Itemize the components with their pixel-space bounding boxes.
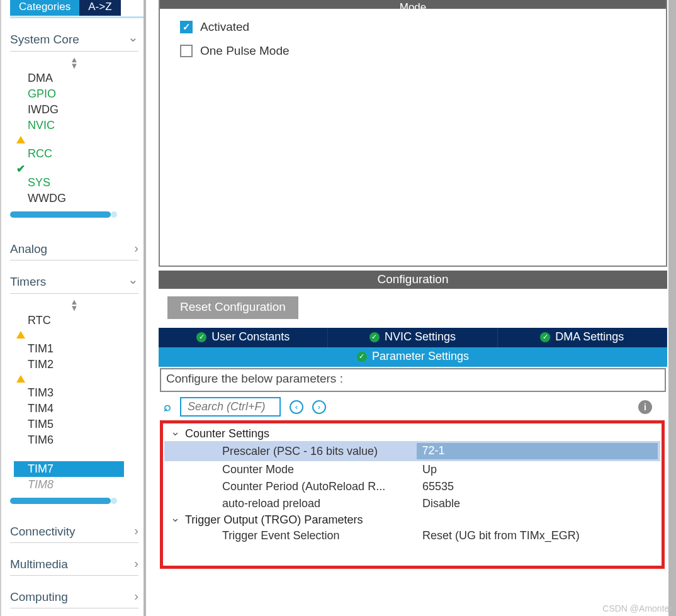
warning-icon — [16, 331, 25, 339]
info-icon[interactable]: i — [638, 400, 652, 414]
sidebar-item-rtc[interactable]: RTC — [16, 313, 138, 328]
sidebar-item-tim3[interactable]: TIM3 — [16, 385, 138, 401]
param-auto-reload-preload[interactable]: auto-reload preload Disable — [164, 495, 660, 512]
param-key: Counter Mode — [222, 463, 422, 476]
warning-icon — [16, 136, 25, 143]
chevron-right-icon — [134, 242, 138, 256]
param-key: auto-reload preload — [222, 497, 422, 510]
chevron-right-icon — [134, 557, 138, 571]
sidebar-tab-az[interactable]: A->Z — [79, 0, 120, 16]
tab-label: User Constants — [211, 330, 290, 344]
category-label: Computing — [10, 590, 68, 604]
chevron-down-icon — [128, 274, 138, 289]
sidebar-item-gpio[interactable]: GPIO — [16, 86, 138, 102]
category-label: System Core — [10, 33, 79, 47]
chevron-right-icon — [134, 524, 138, 539]
activated-label: Activated — [200, 20, 249, 34]
category-label: Connectivity — [10, 525, 76, 539]
category-multimedia[interactable]: Multimedia — [10, 557, 138, 571]
group-label: Trigger Output (TRGO) Parameters — [185, 513, 363, 527]
status-ok-icon: ✓ — [196, 332, 206, 342]
divider — [668, 0, 676, 616]
sidebar-item-tim4[interactable]: TIM4 — [16, 401, 138, 417]
chevron-right-icon — [134, 590, 138, 604]
mode-panel: Activated One Pulse Mode — [159, 9, 667, 267]
sort-handle-icon[interactable]: ▲▼ — [10, 57, 138, 69]
param-value-input[interactable]: 72-1 — [417, 443, 658, 459]
group-label: Counter Settings — [185, 427, 269, 440]
tab-nvic-settings[interactable]: ✓ NVIC Settings — [328, 328, 497, 347]
sidebar-item-tim6[interactable]: TIM6 — [16, 432, 138, 448]
param-prescaler[interactable]: Prescaler (PSC - 16 bits value) 72-1 — [164, 441, 660, 461]
param-trigger-event-selection[interactable]: Trigger Event Selection Reset (UG bit fr… — [164, 527, 660, 544]
tab-dma-settings[interactable]: ✓ DMA Settings — [498, 328, 667, 347]
status-ok-icon: ✓ — [369, 332, 380, 342]
watermark: CSDN @Amonter — [602, 603, 672, 613]
chevron-down-icon — [128, 32, 138, 47]
param-value: 65535 — [422, 480, 660, 493]
category-label: Multimedia — [10, 557, 68, 571]
configuration-header: Configuration — [159, 271, 667, 289]
one-pulse-label: One Pulse Mode — [200, 44, 290, 58]
sidebar: Categories A->Z System Core ▲▼ DMA GPIO … — [0, 0, 145, 616]
search-input[interactable] — [180, 397, 281, 417]
highlighted-parameters: Counter Settings Prescaler (PSC - 16 bit… — [160, 420, 665, 569]
scrollbar[interactable] — [10, 211, 111, 218]
sidebar-tab-underline — [10, 16, 145, 18]
sidebar-item-tim1[interactable]: TIM1 — [16, 341, 138, 357]
sidebar-item-sys[interactable]: SYS — [16, 175, 138, 191]
scrollbar[interactable] — [10, 498, 111, 504]
tab-label: DMA Settings — [555, 330, 624, 344]
chevron-down-icon — [171, 427, 180, 440]
category-computing[interactable]: Computing — [10, 590, 138, 604]
param-counter-period[interactable]: Counter Period (AutoReload R... 65535 — [164, 478, 660, 495]
sidebar-tab-categories[interactable]: Categories — [10, 0, 79, 16]
tab-parameter-settings[interactable]: ✓ Parameter Settings — [159, 347, 667, 367]
group-counter-settings[interactable]: Counter Settings — [164, 426, 660, 441]
tab-label: Parameter Settings — [372, 350, 469, 363]
mode-panel-header: Mode — [159, 0, 667, 9]
main-area: Mode Activated One Pulse Mode Configurat… — [159, 0, 667, 616]
warning-icon — [16, 375, 25, 383]
param-value: Disable — [422, 497, 660, 510]
tab-label: NVIC Settings — [385, 330, 456, 344]
reset-configuration-button[interactable]: Reset Configuration — [167, 296, 298, 319]
param-key: Trigger Event Selection — [222, 529, 422, 542]
activated-checkbox[interactable] — [180, 21, 193, 33]
param-key: Prescaler (PSC - 16 bits value) — [222, 445, 419, 458]
sidebar-item-tim8[interactable]: TIM8 — [16, 477, 138, 493]
sidebar-item-tim7[interactable]: TIM7 — [14, 461, 124, 477]
collapse-all-button[interactable]: ‹ — [290, 400, 303, 414]
check-icon: ✔ — [16, 449, 25, 461]
search-icon[interactable]: ⌕ — [164, 400, 171, 414]
param-counter-mode[interactable]: Counter Mode Up — [164, 461, 660, 478]
category-system-core[interactable]: System Core — [10, 32, 138, 47]
sidebar-item-wwdg[interactable]: WWDG — [16, 191, 138, 206]
status-ok-icon: ✓ — [357, 352, 367, 362]
category-analog[interactable]: Analog — [10, 242, 138, 256]
category-label: Analog — [10, 242, 47, 256]
check-icon: ✔ — [16, 163, 25, 175]
tab-user-constants[interactable]: ✓ User Constants — [159, 328, 328, 347]
sidebar-item-nvic[interactable]: NVIC — [16, 118, 138, 133]
sidebar-item-tim5[interactable]: TIM5 — [16, 417, 138, 432]
param-key: Counter Period (AutoReload R... — [222, 480, 422, 493]
sidebar-item-iwdg[interactable]: IWDG — [16, 102, 138, 118]
sidebar-item-tim2[interactable]: TIM2 — [16, 357, 138, 372]
category-connectivity[interactable]: Connectivity — [10, 524, 138, 539]
param-value: Up — [422, 463, 660, 476]
category-timers[interactable]: Timers — [10, 274, 138, 289]
expand-all-button[interactable]: › — [312, 400, 326, 414]
instruction-text: Configure the below parameters : — [160, 368, 666, 392]
group-trgo-parameters[interactable]: Trigger Output (TRGO) Parameters — [164, 512, 660, 527]
sidebar-item-dma[interactable]: DMA — [16, 70, 138, 86]
param-value: Reset (UG bit from TIMx_EGR) — [422, 529, 660, 542]
one-pulse-checkbox[interactable] — [180, 45, 193, 57]
divider — [144, 0, 146, 616]
category-label: Timers — [10, 275, 46, 289]
chevron-down-icon — [171, 513, 180, 527]
sort-handle-icon[interactable]: ▲▼ — [10, 299, 138, 311]
sidebar-item-rcc[interactable]: RCC — [16, 146, 138, 162]
status-ok-icon: ✓ — [540, 332, 550, 342]
